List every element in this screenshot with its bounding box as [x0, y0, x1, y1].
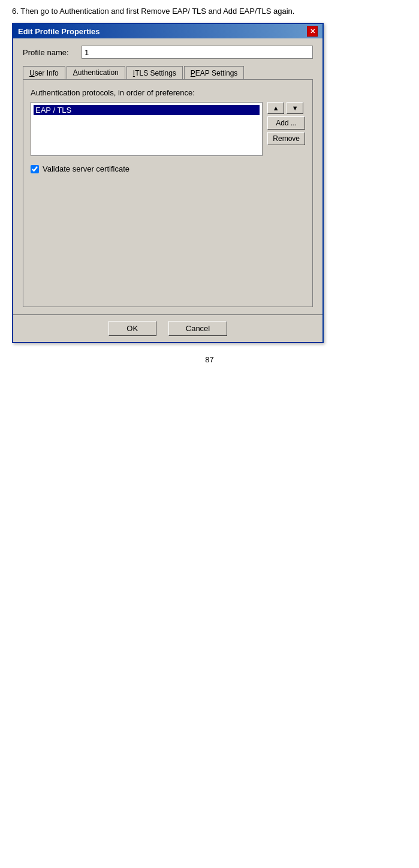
- cancel-button[interactable]: Cancel: [168, 321, 227, 336]
- dialog-title: Edit Profile Properties: [18, 27, 100, 36]
- arrow-btn-row: ▲ ▼: [267, 102, 305, 114]
- tab-tls-settings-label: ITLS Settings: [133, 69, 176, 77]
- protocols-list[interactable]: EAP / TLS: [31, 102, 263, 156]
- checkbox-row: Validate server certificate: [31, 164, 305, 173]
- tab-content-authentication: Authentication protocols, in order of pr…: [23, 79, 313, 307]
- page-number: 87: [12, 355, 407, 364]
- move-up-button[interactable]: ▲: [267, 102, 284, 114]
- tab-user-info-label: User Info: [29, 69, 59, 77]
- profile-name-label: Profile name:: [23, 48, 77, 57]
- instruction-text: 6. Then go to Authentication and first R…: [12, 6, 407, 17]
- protocols-area: EAP / TLS ▲ ▼ Add ... Remove: [31, 102, 305, 156]
- tab-authentication[interactable]: Authentication: [67, 66, 125, 79]
- dialog-footer: OK Cancel: [13, 314, 322, 342]
- edit-profile-dialog: Edit Profile Properties ✕ Profile name: …: [12, 23, 324, 343]
- move-down-button[interactable]: ▼: [287, 102, 303, 114]
- validate-certificate-checkbox[interactable]: [31, 165, 39, 173]
- dialog-body: Profile name: User Info Authentication I…: [13, 38, 322, 314]
- profile-name-input[interactable]: [82, 46, 313, 59]
- protocols-buttons: ▲ ▼ Add ... Remove: [267, 102, 305, 145]
- close-button[interactable]: ✕: [307, 26, 318, 37]
- remove-button[interactable]: Remove: [267, 132, 305, 145]
- tabs-row: User Info Authentication ITLS Settings P…: [23, 66, 313, 79]
- dialog-wrapper: Edit Profile Properties ✕ Profile name: …: [12, 23, 407, 343]
- tab-user-info[interactable]: User Info: [23, 66, 65, 79]
- profile-name-row: Profile name:: [23, 46, 313, 59]
- tab-peap-settings[interactable]: PEAP Settings: [184, 66, 245, 79]
- ok-button[interactable]: OK: [108, 321, 156, 336]
- validate-certificate-label: Validate server certificate: [43, 164, 129, 173]
- tab-authentication-label: Authentication: [73, 68, 119, 77]
- auth-protocols-label: Authentication protocols, in order of pr…: [31, 88, 305, 97]
- protocol-item-eap-tls[interactable]: EAP / TLS: [34, 105, 260, 115]
- dialog-titlebar: Edit Profile Properties ✕: [13, 24, 322, 38]
- tab-tls-settings[interactable]: ITLS Settings: [126, 66, 183, 79]
- add-button[interactable]: Add ...: [267, 116, 305, 130]
- tab-peap-settings-label: PEAP Settings: [191, 69, 238, 77]
